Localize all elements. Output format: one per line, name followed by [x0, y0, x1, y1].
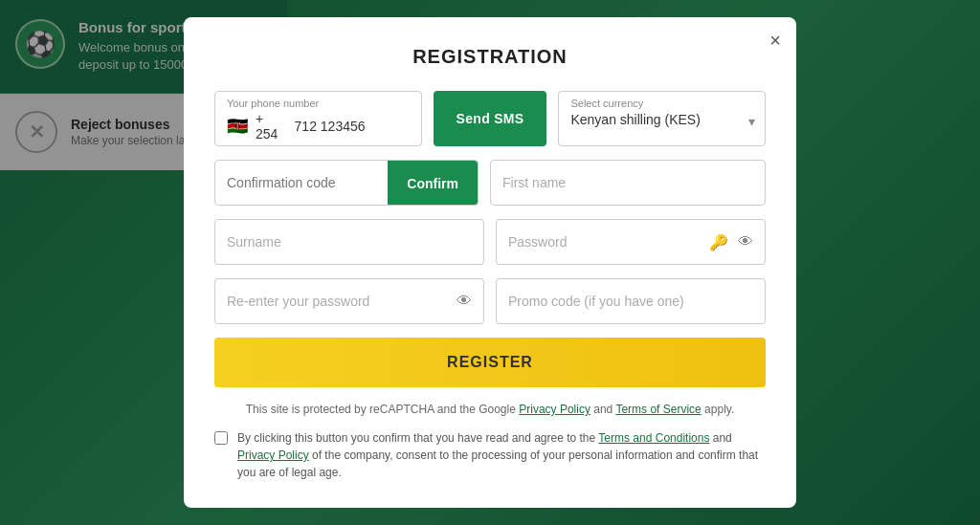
phone-inner: 🇰🇪 + 254 [227, 111, 410, 142]
promo-code-input[interactable] [508, 294, 753, 309]
key-icon: 🔑 [709, 233, 728, 252]
phone-label: Your phone number [227, 98, 410, 109]
currency-wrapper: Select currency Kenyan shilling (KES) US… [558, 91, 766, 146]
reenter-icons: 👁 [453, 293, 472, 310]
surname-password-row: 🔑 👁 [214, 219, 766, 265]
privacy-policy-link[interactable]: Privacy Policy [519, 403, 590, 416]
first-name-input[interactable] [502, 175, 753, 190]
confirm-button[interactable]: Confirm [388, 161, 478, 206]
phone-field-wrapper: Your phone number 🇰🇪 + 254 [214, 91, 422, 146]
phone-prefix: + 254 [256, 111, 287, 142]
phone-input[interactable] [295, 119, 410, 134]
send-sms-button[interactable]: Send SMS [434, 91, 547, 146]
reenter-password-input[interactable] [227, 294, 472, 309]
close-button[interactable]: × [769, 31, 781, 50]
first-name-field [490, 160, 766, 206]
confirmation-code-input[interactable] [227, 175, 391, 190]
currency-select[interactable]: Kenyan shilling (KES) USD EUR [570, 112, 753, 127]
reenter-password-field: 👁 [214, 278, 484, 324]
registration-modal: × REGISTRATION Your phone number 🇰🇪 + 25… [184, 17, 796, 508]
reenter-promo-row: 👁 [214, 278, 766, 324]
terms-conditions-link[interactable]: Terms and Conditions [598, 431, 709, 445]
kenya-flag-icon: 🇰🇪 [227, 116, 248, 137]
password-icons: 🔑 👁 [705, 233, 753, 252]
recaptcha-text: This site is protected by reCAPTCHA and … [214, 403, 766, 416]
eye-slash-icon[interactable]: 👁 [457, 293, 472, 310]
promo-code-field [496, 278, 766, 324]
confirmation-code-field: Confirm [214, 160, 479, 206]
terms-checkbox[interactable] [214, 431, 228, 445]
confirmation-firstname-row: Confirm [214, 160, 766, 206]
terms-text: By clicking this button you confirm that… [237, 429, 766, 481]
eye-icon[interactable]: 👁 [738, 233, 753, 252]
surname-input[interactable] [227, 234, 472, 250]
password-field: 🔑 👁 [496, 219, 766, 265]
terms-of-service-link[interactable]: Terms of Service [615, 403, 701, 416]
modal-overlay: × REGISTRATION Your phone number 🇰🇪 + 25… [0, 0, 980, 525]
currency-label: Select currency [570, 98, 753, 109]
privacy-policy-terms-link[interactable]: Privacy Policy [237, 448, 309, 462]
modal-title: REGISTRATION [214, 46, 766, 68]
surname-field [214, 219, 484, 265]
register-button[interactable]: REGISTER [214, 338, 766, 387]
terms-row: By clicking this button you confirm that… [214, 429, 766, 481]
phone-currency-row: Your phone number 🇰🇪 + 254 Send SMS Sele… [214, 91, 766, 146]
